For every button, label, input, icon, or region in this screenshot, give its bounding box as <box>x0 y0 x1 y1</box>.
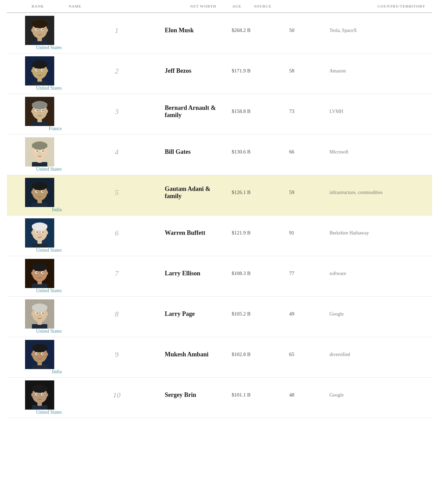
svg-point-143 <box>46 353 48 356</box>
table-row[interactable]: 1 Elon Musk $268.2 B 50 Tesla, SpaceX Un… <box>7 13 432 54</box>
source-value: Berkshire Hathaway <box>330 230 432 236</box>
table-row[interactable]: 5 Gautam Adani & family $126.1 B 59 infr… <box>7 175 432 216</box>
person-name[interactable]: Sergey Brin <box>165 391 220 399</box>
svg-point-44 <box>37 110 37 111</box>
svg-point-28 <box>37 70 37 70</box>
svg-point-31 <box>46 69 48 72</box>
person-photo <box>7 97 69 126</box>
age-value: 59 <box>254 190 330 195</box>
age-value: 48 <box>254 392 330 398</box>
source-value: Microsoft <box>330 149 432 155</box>
age-value: 49 <box>254 311 330 317</box>
country-value[interactable]: United States <box>7 329 69 334</box>
svg-point-15 <box>46 28 48 32</box>
person-photo <box>7 218 69 248</box>
svg-rect-135 <box>32 346 47 350</box>
source-value: Google <box>330 392 432 398</box>
table-row[interactable]: 9 Mukesh Ambani $102.8 B 65 diversified … <box>7 337 432 378</box>
rank-value: 7 <box>69 269 165 278</box>
rank-value: 2 <box>69 67 165 76</box>
svg-point-47 <box>46 110 48 113</box>
svg-point-142 <box>31 353 33 356</box>
person-name[interactable]: Larry Page <box>165 310 220 318</box>
svg-point-30 <box>31 69 33 72</box>
svg-point-10 <box>36 29 38 30</box>
table-body: 1 Elon Musk $268.2 B 50 Tesla, SpaceX Un… <box>7 13 432 418</box>
net-worth-value: $130.6 B <box>220 149 254 155</box>
net-worth-value: $105.2 B <box>220 311 254 317</box>
person-photo <box>7 340 69 369</box>
svg-point-42 <box>36 110 38 111</box>
person-photo <box>7 178 69 207</box>
person-name[interactable]: Jeff Bezos <box>165 67 220 75</box>
svg-point-93 <box>43 232 43 232</box>
svg-point-59 <box>42 150 44 152</box>
header-age: AGE <box>220 4 254 8</box>
svg-point-43 <box>42 110 44 111</box>
country-value[interactable]: India <box>7 369 69 375</box>
table-row[interactable]: 3 Bernard Arnault & family $158.8 B 73 L… <box>7 94 432 135</box>
source-value: infrastructure, commodities <box>330 190 432 195</box>
source-value: Tesla, SpaceX <box>330 28 432 33</box>
person-name[interactable]: Gautam Adani & family <box>165 185 220 200</box>
net-worth-value: $126.1 B <box>220 190 254 195</box>
person-name[interactable]: Elon Musk <box>165 27 220 34</box>
country-value[interactable]: United States <box>7 85 69 91</box>
table-row[interactable]: 4 Bill Gates $130.6 B 66 Microsoft Unite… <box>7 135 432 175</box>
country-value[interactable]: France <box>7 126 69 131</box>
age-value: 91 <box>254 230 330 236</box>
svg-point-111 <box>46 272 48 275</box>
country-value[interactable]: United States <box>7 248 69 253</box>
svg-point-29 <box>43 70 43 70</box>
svg-point-76 <box>37 191 37 192</box>
table-row[interactable]: 8 Larry Page $105.2 B 49 Google United S… <box>7 297 432 337</box>
table-row[interactable]: 7 Larry Ellison $108.3 B 77 software Uni… <box>7 256 432 297</box>
svg-point-123 <box>42 312 44 314</box>
net-worth-value: $268.2 B <box>220 27 254 33</box>
svg-point-90 <box>36 231 38 233</box>
country-value[interactable]: United States <box>7 45 69 50</box>
country-value[interactable]: United States <box>7 410 69 415</box>
svg-point-139 <box>42 353 44 354</box>
country-value[interactable]: United States <box>7 288 69 294</box>
svg-point-45 <box>43 110 43 111</box>
country-value[interactable]: India <box>7 207 69 213</box>
age-value: 50 <box>254 27 330 33</box>
person-name[interactable]: Bernard Arnault & family <box>165 104 220 119</box>
age-value: 66 <box>254 149 330 155</box>
person-name[interactable]: Warren Buffett <box>165 229 220 237</box>
svg-point-155 <box>42 393 44 395</box>
svg-point-61 <box>43 151 43 151</box>
svg-point-108 <box>37 272 37 273</box>
person-name[interactable]: Mukesh Ambani <box>165 351 220 358</box>
net-worth-value: $102.8 B <box>220 352 254 357</box>
svg-point-58 <box>36 150 38 152</box>
svg-rect-103 <box>32 265 47 269</box>
svg-point-138 <box>36 353 38 354</box>
svg-point-63 <box>46 150 48 153</box>
svg-point-127 <box>46 312 48 316</box>
rank-value: 8 <box>69 310 165 319</box>
svg-point-14 <box>31 28 33 32</box>
table-row[interactable]: 10 Sergey Brin $101.1 B 48 Google United… <box>7 378 432 418</box>
svg-point-126 <box>31 312 33 316</box>
person-photo <box>7 299 69 329</box>
country-value[interactable]: United States <box>7 167 69 172</box>
svg-rect-55 <box>32 144 47 148</box>
table-row[interactable]: 2 Jeff Bezos $171.9 B 58 Amazon United S… <box>7 54 432 94</box>
svg-point-141 <box>43 353 43 354</box>
svg-rect-151 <box>32 387 47 391</box>
person-name[interactable]: Bill Gates <box>165 148 220 156</box>
svg-point-79 <box>46 191 48 194</box>
age-value: 73 <box>254 108 330 114</box>
rank-value: 6 <box>69 229 165 238</box>
source-value: Google <box>330 311 432 317</box>
person-name[interactable]: Larry Ellison <box>165 270 220 277</box>
svg-point-62 <box>31 150 33 153</box>
source-value: Amazon <box>330 68 432 74</box>
svg-point-154 <box>36 393 38 395</box>
rank-value: 1 <box>69 26 165 35</box>
table-row[interactable]: 6 Warren Buffett $121.9 B 91 Berkshire H… <box>7 216 432 256</box>
svg-point-75 <box>42 191 44 192</box>
net-worth-value: $108.3 B <box>220 271 254 276</box>
